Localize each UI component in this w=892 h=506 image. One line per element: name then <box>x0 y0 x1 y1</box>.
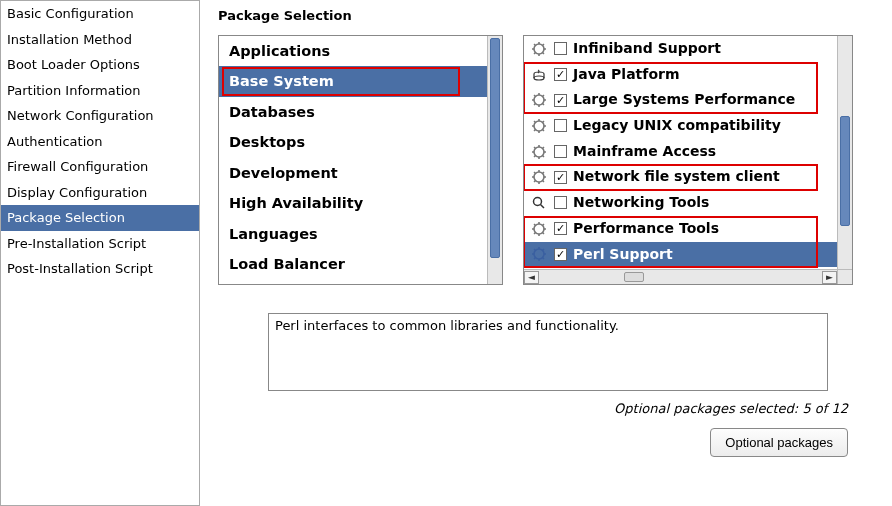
svg-line-34 <box>534 147 535 148</box>
scroll-thumb[interactable] <box>624 272 644 282</box>
category-item[interactable]: Load Balancer <box>219 249 487 279</box>
package-label: Infiniband Support <box>573 38 831 60</box>
svg-line-30 <box>543 155 544 156</box>
gear-icon <box>530 220 548 238</box>
category-item[interactable]: Resilient Storage <box>219 280 487 284</box>
svg-line-36 <box>543 147 544 148</box>
package-checkbox[interactable] <box>554 119 567 132</box>
gear-icon <box>530 143 548 161</box>
package-list-box: Infiniband SupportJava PlatformLarge Sys… <box>523 35 853 285</box>
scroll-thumb[interactable] <box>840 116 850 226</box>
category-list[interactable]: ApplicationsBase SystemDatabasesDesktops… <box>219 36 502 284</box>
gear-icon <box>530 168 548 186</box>
package-label: Network file system client <box>573 166 831 188</box>
content-area: Package Selection ApplicationsBase Syste… <box>200 0 892 506</box>
svg-line-63 <box>534 249 535 250</box>
svg-point-19 <box>534 121 544 131</box>
gear-icon <box>531 246 547 262</box>
svg-line-8 <box>543 44 544 45</box>
svg-point-37 <box>534 172 544 182</box>
category-item[interactable]: Development <box>219 158 487 188</box>
scroll-right-button[interactable]: ► <box>822 271 837 284</box>
category-item[interactable]: Applications <box>219 36 487 66</box>
package-label: Legacy UNIX compatibility <box>573 115 831 137</box>
status-text: Optional packages selected: 5 of 12 <box>218 401 878 416</box>
package-item[interactable]: Large Systems Performance <box>524 87 837 113</box>
sidebar-item[interactable]: Network Configuration <box>1 103 199 129</box>
gear-blue-icon <box>530 245 548 263</box>
svg-line-41 <box>534 181 535 182</box>
svg-line-25 <box>534 121 535 122</box>
package-checkbox[interactable] <box>554 68 567 81</box>
gear-icon <box>531 144 547 160</box>
package-item[interactable]: Networking Tools <box>524 190 837 216</box>
package-checkbox[interactable] <box>554 42 567 55</box>
svg-line-23 <box>534 129 535 130</box>
sidebar-item[interactable]: Partition Information <box>1 78 199 104</box>
package-checkbox[interactable] <box>554 94 567 107</box>
description-row: Perl interfaces to common libraries and … <box>218 313 878 391</box>
package-label: Mainframe Access <box>573 141 831 163</box>
scroll-corner <box>837 269 852 284</box>
search-icon <box>531 195 547 211</box>
category-item[interactable]: High Availability <box>219 188 487 218</box>
package-item[interactable]: Infiniband Support <box>524 36 837 62</box>
scroll-left-button[interactable]: ◄ <box>524 271 539 284</box>
package-item[interactable]: Performance Tools <box>524 216 837 242</box>
gear-icon <box>531 169 547 185</box>
svg-line-59 <box>543 258 544 259</box>
category-item[interactable]: Languages <box>219 219 487 249</box>
package-scrollbar-h[interactable]: ◄ ► <box>524 269 837 284</box>
package-item[interactable]: Network file system client <box>524 164 837 190</box>
svg-line-65 <box>543 249 544 250</box>
category-item[interactable]: Databases <box>219 97 487 127</box>
package-checkbox[interactable] <box>554 145 567 158</box>
main-layout: Basic ConfigurationInstallation MethodBo… <box>0 0 892 506</box>
package-list[interactable]: Infiniband SupportJava PlatformLarge Sys… <box>524 36 852 284</box>
sidebar-item[interactable]: Pre-Installation Script <box>1 231 199 257</box>
package-label: Large Systems Performance <box>573 89 831 111</box>
package-checkbox[interactable] <box>554 171 567 184</box>
svg-line-21 <box>543 129 544 130</box>
svg-line-52 <box>534 232 535 233</box>
category-scrollbar[interactable] <box>487 36 502 284</box>
scroll-thumb[interactable] <box>490 38 500 258</box>
category-item[interactable]: Desktops <box>219 127 487 157</box>
gear-icon <box>530 91 548 109</box>
java-icon <box>531 67 547 83</box>
sidebar-item[interactable]: Boot Loader Options <box>1 52 199 78</box>
package-scrollbar-v[interactable] <box>837 36 852 269</box>
svg-point-46 <box>534 197 542 205</box>
package-checkbox[interactable] <box>554 222 567 235</box>
package-item[interactable]: Perl Support <box>524 242 837 268</box>
description-box: Perl interfaces to common libraries and … <box>268 313 828 391</box>
package-item[interactable]: Legacy UNIX compatibility <box>524 113 837 139</box>
sidebar-item[interactable]: Authentication <box>1 129 199 155</box>
category-item[interactable]: Base System <box>219 66 487 96</box>
gear-icon <box>530 40 548 58</box>
package-checkbox[interactable] <box>554 196 567 209</box>
search-icon <box>530 194 548 212</box>
optional-packages-button[interactable]: Optional packages <box>710 428 848 457</box>
svg-line-12 <box>543 104 544 105</box>
scroll-track[interactable] <box>539 270 822 284</box>
svg-line-56 <box>543 224 544 225</box>
sidebar-item[interactable]: Post-Installation Script <box>1 256 199 282</box>
sidebar-item[interactable]: Firewall Configuration <box>1 154 199 180</box>
package-item[interactable]: Mainframe Access <box>524 139 837 165</box>
svg-line-16 <box>534 95 535 96</box>
sidebar-item[interactable]: Display Configuration <box>1 180 199 206</box>
svg-point-48 <box>534 224 544 234</box>
svg-line-54 <box>534 224 535 225</box>
sidebar-item[interactable]: Basic Configuration <box>1 1 199 27</box>
svg-line-39 <box>543 181 544 182</box>
svg-point-28 <box>534 147 544 157</box>
category-list-box: ApplicationsBase SystemDatabasesDesktops… <box>218 35 503 285</box>
lists-row: ApplicationsBase SystemDatabasesDesktops… <box>218 35 878 285</box>
svg-line-45 <box>543 172 544 173</box>
package-item[interactable]: Java Platform <box>524 62 837 88</box>
gear-icon <box>531 41 547 57</box>
sidebar-item[interactable]: Package Selection <box>1 205 199 231</box>
package-checkbox[interactable] <box>554 248 567 261</box>
sidebar-item[interactable]: Installation Method <box>1 27 199 53</box>
